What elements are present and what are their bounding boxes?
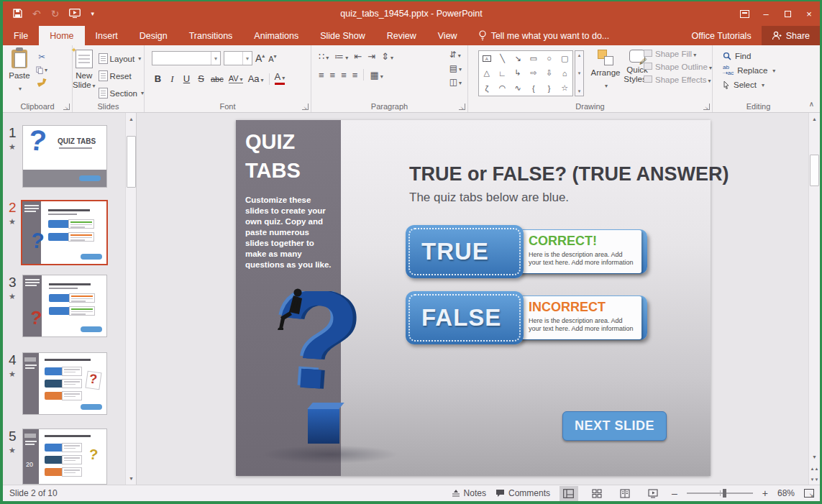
slide-sorter-view-button[interactable] bbox=[588, 486, 606, 501]
line-spacing-button[interactable]: ⇕ bbox=[381, 51, 393, 62]
slide-3-thumbnail[interactable]: ? bbox=[22, 275, 107, 337]
slide-1-thumbnail[interactable]: ? QUIZ TABS bbox=[22, 125, 107, 188]
editor-scrollbar[interactable]: ▲ ▼ ▲▲ ▼▼ bbox=[808, 113, 820, 485]
underline-button[interactable]: U bbox=[182, 73, 191, 84]
thumbnail-scroll-down-icon[interactable]: ▼ bbox=[127, 474, 136, 483]
zoom-level[interactable]: 68% bbox=[777, 488, 795, 498]
reading-view-button[interactable] bbox=[616, 486, 634, 501]
shape-effects-button[interactable]: Shape Effects bbox=[644, 75, 712, 84]
shape-fill-button[interactable]: Shape Fill bbox=[644, 50, 712, 58]
down-arrow-shape-icon[interactable]: ⇩ bbox=[546, 68, 552, 78]
shape-gallery-more-icon[interactable]: ▾ bbox=[578, 88, 581, 94]
font-color-button[interactable]: A bbox=[275, 73, 286, 85]
paste-button[interactable]: Paste bbox=[3, 45, 36, 101]
editor-scrollbar-thumb[interactable] bbox=[810, 155, 819, 186]
editor-scroll-down-icon[interactable]: ▼ bbox=[810, 452, 819, 462]
line-shape-icon[interactable]: ╲ bbox=[500, 54, 505, 63]
tab-design[interactable]: Design bbox=[129, 26, 178, 45]
paragraph-dialog-launcher[interactable] bbox=[459, 104, 465, 110]
decrease-font-icon[interactable]: A▾ bbox=[268, 53, 277, 63]
font-size-combo[interactable]: ▾ bbox=[224, 51, 252, 65]
zoom-in-button[interactable]: + bbox=[762, 487, 768, 499]
pentagon-shape-icon[interactable]: ⌂ bbox=[562, 69, 567, 78]
slide-canvas[interactable]: QUIZTABS Customize these slides to creat… bbox=[236, 120, 711, 476]
thumbnail-scrollbar-thumb[interactable] bbox=[127, 136, 136, 188]
arrange-button[interactable]: Arrange bbox=[589, 45, 622, 101]
reset-button[interactable]: Reset bbox=[96, 68, 147, 83]
text-direction-button[interactable]: ⇵ bbox=[449, 50, 462, 60]
shape-scroll-up-icon[interactable]: ▴ bbox=[578, 52, 581, 58]
justify-button[interactable]: ≡ bbox=[352, 70, 358, 81]
bold-button[interactable]: B bbox=[153, 73, 163, 84]
slide-2-thumbnail[interactable]: ? bbox=[21, 200, 108, 265]
editor-scroll-up-icon[interactable]: ▲ bbox=[810, 114, 819, 124]
curve-shape-icon[interactable]: ∿ bbox=[515, 83, 521, 93]
align-left-button[interactable]: ≡ bbox=[319, 70, 324, 81]
tab-view[interactable]: View bbox=[427, 26, 468, 45]
maximize-button[interactable] bbox=[777, 1, 798, 26]
columns-button[interactable]: ▦ bbox=[370, 70, 383, 81]
zoom-out-button[interactable]: – bbox=[672, 487, 677, 499]
font-dialog-launcher[interactable] bbox=[302, 104, 309, 110]
next-slide-icon[interactable]: ▼▼ bbox=[810, 475, 819, 484]
align-text-button[interactable]: ▤ bbox=[449, 63, 462, 73]
tab-insert[interactable]: Insert bbox=[85, 26, 129, 45]
tab-review[interactable]: Review bbox=[376, 26, 427, 45]
collapse-ribbon-icon[interactable]: ∧ bbox=[809, 100, 814, 108]
thumbnail-scroll-up-icon[interactable]: ▲ bbox=[127, 114, 136, 124]
slide-show-view-button[interactable] bbox=[644, 486, 662, 501]
arrange-dropdown[interactable] bbox=[603, 81, 608, 91]
oval-shape-icon[interactable]: ○ bbox=[547, 54, 552, 63]
bullets-button[interactable]: ∷ bbox=[319, 51, 329, 62]
replace-button[interactable]: ab⇢ac Replace bbox=[723, 65, 804, 76]
close-button[interactable]: × bbox=[798, 1, 820, 26]
shape-outline-button[interactable]: Shape Outline bbox=[644, 63, 712, 71]
new-slide-button[interactable]: NewSlide bbox=[73, 45, 96, 101]
office-tutorials-button[interactable]: Office Tutorials bbox=[682, 26, 762, 45]
tab-transitions[interactable]: Transitions bbox=[178, 26, 244, 45]
tab-animations[interactable]: Animations bbox=[243, 26, 309, 45]
format-painter-icon[interactable] bbox=[36, 77, 47, 88]
text-shadow-button[interactable]: S bbox=[196, 73, 206, 84]
paste-dropdown[interactable] bbox=[17, 83, 22, 93]
convert-smartart-button[interactable]: ◫ bbox=[449, 77, 462, 87]
fit-slide-to-window-icon[interactable] bbox=[804, 489, 814, 498]
drawing-dialog-launcher[interactable] bbox=[703, 104, 710, 110]
zoom-slider-handle[interactable] bbox=[723, 489, 726, 498]
share-button[interactable]: Share bbox=[762, 26, 820, 45]
tell-me-box[interactable]: Tell me what you want to do... bbox=[468, 26, 620, 45]
thumbnail-scrollbar[interactable]: ▲ ▼ bbox=[125, 113, 136, 485]
align-center-button[interactable]: ≡ bbox=[330, 70, 336, 81]
find-button[interactable]: Find bbox=[723, 52, 804, 60]
left-brace-shape-icon[interactable]: { bbox=[532, 84, 535, 93]
previous-slide-icon[interactable]: ▲▲ bbox=[810, 464, 819, 473]
copy-icon[interactable] bbox=[36, 64, 47, 75]
elbow-arrow-connector-icon[interactable]: ↳ bbox=[515, 68, 521, 78]
rectangle-shape-icon[interactable]: ▭ bbox=[530, 54, 537, 63]
redo-icon[interactable]: ↻ bbox=[51, 9, 60, 19]
slide-4-thumbnail[interactable]: ? bbox=[22, 352, 107, 415]
font-name-combo[interactable]: ▾ bbox=[152, 51, 221, 65]
undo-icon[interactable]: ↶ bbox=[32, 9, 41, 19]
shape-scroll-down-icon[interactable]: ▾ bbox=[578, 70, 581, 76]
layout-button[interactable]: Layout bbox=[96, 51, 147, 66]
tab-file[interactable]: File bbox=[3, 26, 39, 45]
rounded-rect-shape-icon[interactable]: ▢ bbox=[561, 54, 568, 63]
decrease-indent-button[interactable]: ⇤ bbox=[354, 51, 362, 62]
shape-gallery[interactable]: A ╲ ↘ ▭ ○ ▢ △ ∟ ↳ ⇨ ⇩ ⌂ ζ ◠ ∿ { } ☆ bbox=[478, 50, 573, 96]
change-case-button[interactable]: Aa bbox=[248, 73, 264, 84]
star-shape-icon[interactable]: ☆ bbox=[561, 83, 568, 93]
arc-shape-icon[interactable]: ◠ bbox=[499, 83, 506, 93]
tab-slide-show[interactable]: Slide Show bbox=[309, 26, 376, 45]
cut-icon[interactable]: ✂ bbox=[36, 51, 47, 63]
customize-qat-icon[interactable]: ▾ bbox=[91, 9, 94, 19]
clipboard-dialog-launcher[interactable] bbox=[63, 104, 70, 110]
true-tab-button[interactable]: TRUE bbox=[406, 225, 524, 278]
elbow-connector-icon[interactable]: ∟ bbox=[498, 69, 506, 78]
right-brace-shape-icon[interactable]: } bbox=[548, 84, 551, 93]
ribbon-display-options-icon[interactable] bbox=[734, 1, 755, 26]
italic-button[interactable]: I bbox=[168, 73, 177, 85]
arrow-shape-icon[interactable]: ↘ bbox=[515, 54, 521, 63]
false-tab-button[interactable]: FALSE bbox=[406, 291, 524, 344]
normal-view-button[interactable] bbox=[560, 486, 578, 501]
